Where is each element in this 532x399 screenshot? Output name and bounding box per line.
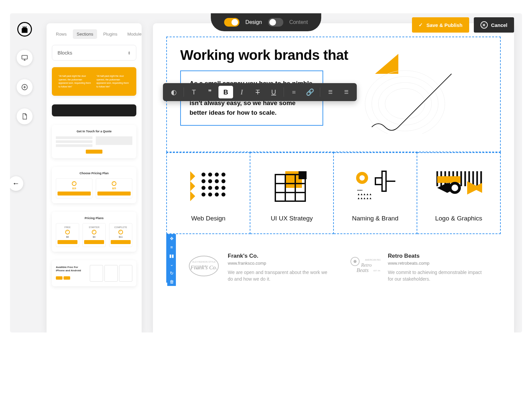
svg-point-65: [353, 260, 356, 263]
client-desc: We are open and transparent about the wo…: [228, 269, 328, 283]
link-button[interactable]: 🔗: [303, 86, 317, 98]
align-button[interactable]: ≡: [287, 86, 301, 98]
hero-heading[interactable]: Working work brands that: [180, 47, 352, 63]
desktop-view-button[interactable]: [17, 50, 33, 66]
top-actions: ✓ Save & Publish ✕ Cancel: [412, 17, 514, 33]
svg-text:OLD FASHION STYLE: OLD FASHION STYLE: [192, 261, 216, 263]
svg-point-18: [201, 186, 205, 190]
text-style-button[interactable]: T: [187, 86, 201, 98]
monitor-icon: [21, 54, 28, 62]
client-card: OLD FASHION STYLEFrank's Co.ESTABLISHED2…: [187, 253, 328, 283]
clients-section[interactable]: ✥ ≡ ▮▮ ⌄ ↻ 🗑 OLD FASHION STYLEFrank's Co…: [166, 234, 501, 283]
svg-point-22: [201, 193, 205, 197]
ol-icon: ☰: [328, 89, 332, 95]
unordered-list-button[interactable]: ☰: [339, 86, 353, 98]
svg-point-21: [221, 186, 225, 190]
page-icon: [21, 113, 28, 120]
thumb-title: Get In Touch for a Quote: [56, 130, 132, 133]
services-row[interactable]: Web Design UI UX Strategy ▪▪▪▪▪▲▲▲▲▲▲▲▲▲…: [166, 152, 501, 234]
svg-point-17: [221, 179, 225, 183]
hero-graphic: [352, 47, 487, 135]
move-icon: ✥: [170, 236, 174, 241]
strikethrough-button[interactable]: T: [250, 86, 265, 98]
section-thumb-pricing-b[interactable]: Pricing Plans FREE$0 STARTER$4 COMPLETE$…: [52, 212, 136, 252]
chevron-down-icon: ⌄: [170, 262, 174, 267]
bold-button[interactable]: B: [218, 86, 233, 98]
blockquote-button[interactable]: ❞: [202, 86, 217, 98]
tab-rows[interactable]: Rows: [52, 29, 71, 39]
service-art-icon: [257, 166, 327, 206]
thumb-title: Choose Pricing Plan: [56, 172, 132, 175]
design-canvas[interactable]: ◐ T ❞ B I T U ≡ 🔗 ☰ ☰ Working work brand…: [153, 23, 514, 332]
svg-point-15: [208, 179, 212, 183]
svg-text:EST. NA: EST. NA: [373, 270, 380, 272]
delete-section-button[interactable]: 🗑: [167, 277, 176, 286]
content-toggle[interactable]: [268, 18, 283, 27]
tab-plugins[interactable]: Plugins: [99, 29, 121, 39]
service-web-design[interactable]: Web Design: [166, 152, 250, 234]
expand-section-button[interactable]: ⌄: [167, 260, 176, 269]
svg-point-34: [359, 175, 365, 181]
text-format-toolbar: ◐ T ❞ B I T U ≡ 🔗 ☰ ☰: [163, 83, 357, 101]
design-toggle[interactable]: [224, 18, 239, 27]
section-thumb-quotes[interactable]: "At half-past eight the door opened, the…: [52, 67, 136, 96]
service-art-icon: [424, 166, 493, 206]
underline-icon: U: [271, 88, 276, 96]
rows-icon: ≡: [170, 245, 173, 250]
svg-text:Beats: Beats: [356, 267, 368, 273]
tab-modules[interactable]: Modules: [123, 29, 142, 39]
client-logo-icon: OLD FASHION STYLEFrank's Co.ESTABLISHED2…: [187, 253, 220, 279]
thumb-title: Pricing Plans: [56, 216, 132, 220]
hero-illustration-icon: [352, 47, 465, 134]
mode-switch-bar: Design Content: [211, 13, 321, 31]
contrast-button[interactable]: ◐: [166, 86, 181, 98]
move-section-button[interactable]: ✥: [167, 234, 176, 243]
underline-button[interactable]: U: [266, 86, 281, 98]
cancel-button[interactable]: ✕ Cancel: [474, 17, 514, 33]
client-url: www.franksco.comp: [228, 261, 328, 266]
svg-marker-54: [437, 183, 447, 193]
italic-button[interactable]: I: [234, 86, 249, 98]
castle-icon: [20, 25, 29, 34]
design-mode-label: Design: [245, 19, 262, 25]
save-publish-button[interactable]: ✓ Save & Publish: [412, 17, 469, 33]
bold-icon: B: [223, 88, 228, 96]
sidebar-tabs: Rows Sections Plugins Modules: [52, 29, 136, 39]
rows-section-button[interactable]: ≡: [167, 243, 176, 251]
blocks-dropdown[interactable]: Blocks ▲▼: [52, 45, 136, 61]
svg-point-16: [215, 179, 219, 183]
section-thumb-logos[interactable]: [52, 104, 136, 116]
service-title: UI UX Strategy: [257, 215, 327, 222]
section-thumb-pricing-a[interactable]: Choose Pricing Plan $19 $25: [52, 167, 136, 203]
service-uiux[interactable]: UI UX Strategy: [250, 152, 334, 234]
service-logo[interactable]: Logo & Graphics: [417, 152, 501, 234]
service-naming[interactable]: ▪▪▪▪▪▲▲▲▲▲▲▲▲▲▲ Naming & Brand: [334, 152, 417, 234]
app-logo[interactable]: [17, 22, 32, 37]
left-icon-rail: [17, 22, 33, 124]
ordered-list-button[interactable]: ☰: [323, 86, 337, 98]
section-thumb-contact[interactable]: Get In Touch for a Quote: [52, 125, 136, 158]
svg-point-11: [208, 173, 212, 177]
trash-icon: 🗑: [170, 279, 174, 284]
app-frame: Design Content ✓ Save & Publish ✕ Cancel…: [10, 13, 522, 332]
save-publish-label: Save & Publish: [426, 22, 462, 28]
section-thumb-app[interactable]: Availible Free For iPhone and Android: [52, 260, 136, 286]
client-desc: We commit to achieving demonstrable impa…: [388, 269, 488, 283]
sidebar-panel: Rows Sections Plugins Modules Blocks ▲▼ …: [47, 23, 142, 332]
dropdown-carets-icon: ▲▼: [128, 51, 131, 55]
svg-point-3: [365, 70, 445, 134]
svg-point-23: [208, 193, 212, 197]
client-name: Frank's Co.: [228, 253, 328, 259]
content-mode-label: Content: [289, 19, 308, 25]
collapse-sidebar-button[interactable]: ←: [10, 176, 23, 191]
svg-point-12: [215, 173, 219, 177]
svg-marker-7: [190, 171, 195, 181]
refresh-icon: ↻: [170, 271, 174, 276]
svg-point-13: [221, 173, 225, 177]
refresh-section-button[interactable]: ↻: [167, 269, 176, 277]
columns-section-button[interactable]: ▮▮: [167, 251, 176, 260]
service-title: Logo & Graphics: [424, 215, 493, 222]
add-element-button[interactable]: [17, 79, 33, 95]
pages-button[interactable]: [17, 108, 33, 124]
tab-sections[interactable]: Sections: [73, 29, 97, 39]
